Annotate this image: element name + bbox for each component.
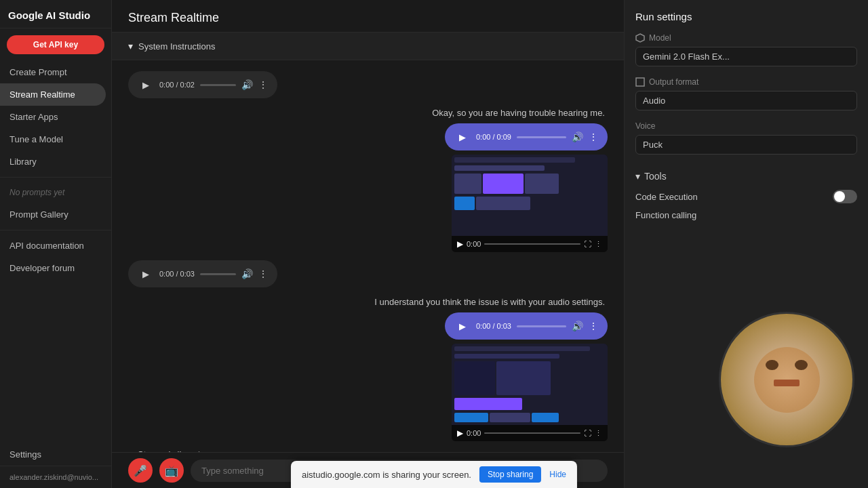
user-email: alexander.ziskind@nuvio... [0,466,111,488]
vid-fullscreen-1[interactable]: ⛶ [584,240,591,248]
svg-rect-1 [636,78,644,86]
output-format-section: Output format Audio [635,77,857,110]
sidebar-item-stream-realtime[interactable]: Stream Realtime [0,83,106,106]
chevron-down-icon: ▾ [128,41,133,52]
mic-icon: 🎤 [134,464,147,477]
vid-fullscreen-2[interactable]: ⛶ [584,429,591,437]
audio-time-1: 0:00 / 0:02 [159,81,195,89]
system-instructions-label: System Instructions [138,41,215,52]
sidebar-item-create-prompt[interactable]: Create Prompt [0,61,106,83]
screen-icon: 📺 [165,464,178,477]
sidebar-nav: Create Prompt Stream Realtime Starter Ap… [0,58,111,443]
svg-marker-0 [636,34,644,42]
face-mockup [721,314,852,445]
audio-more-ai2[interactable]: ⋮ [589,321,598,331]
audio-time-ai1: 0:00 / 0:09 [476,133,511,141]
main-body: ▾ System Instructions ▶ 0:00 / 0:02 🔊 ⋮ [112,33,624,488]
audio-player-ai2[interactable]: ▶ 0:00 / 0:03 🔊 ⋮ [445,312,608,340]
tools-title[interactable]: ▾ Tools [635,171,667,182]
sidebar-divider [0,177,111,178]
audio-volume-2[interactable]: 🔊 [241,268,253,279]
sidebar-divider-2 [0,230,111,230]
audio-bar-ai1 [517,136,566,138]
audio-bar-1 [200,84,236,86]
message-group-ai2: I understand you think the issue is with… [128,296,608,441]
voice-label: Voice [635,121,857,131]
tool-function-calling: Function calling [635,210,857,220]
vid-progress-2 [484,432,580,434]
hide-button[interactable]: Hide [549,470,566,479]
output-format-value[interactable]: Audio [635,91,857,110]
screen-thumb-img-2 [452,344,608,425]
tool-function-calling-label: Function calling [635,210,696,220]
page-title: Stream Realtime [128,11,608,25]
tools-header: ▾ Tools [635,171,857,182]
vid-play-btn-1[interactable]: ▶ [457,239,463,249]
audio-more-2[interactable]: ⋮ [258,268,268,279]
sidebar-item-library[interactable]: Library [0,150,106,173]
message-group-user1: ▶ 0:00 / 0:02 🔊 ⋮ [128,71,608,98]
audio-time-ai2: 0:00 / 0:03 [476,322,511,330]
sidebar-settings[interactable]: Settings [0,443,111,466]
vid-controls-1: ▶ 0:00 ⛶ ⋮ [452,236,608,252]
audio-play-btn-2[interactable]: ▶ [138,266,154,282]
webcam-feed [719,312,854,447]
audio-time-2: 0:00 / 0:03 [159,270,195,278]
sidebar-item-starter-apps[interactable]: Starter Apps [0,106,106,128]
get-api-key-button[interactable]: Get API key [7,35,104,54]
screen-share-thumb-1: ▶ 0:00 ⛶ ⋮ [452,155,608,252]
audio-play-btn-ai1[interactable]: ▶ [454,129,471,145]
sidebar-item-dev-forum[interactable]: Developer forum [0,257,106,279]
ai-text-1: Okay, so you are having trouble hearing … [429,106,608,119]
tools-section: ▾ Tools Code Execution Function calling [635,171,857,227]
tool-code-execution-toggle[interactable] [833,190,857,203]
sidebar-item-no-prompts: No prompts yet [0,182,106,203]
voice-value[interactable]: Puck [635,135,857,155]
audio-volume-ai1[interactable]: 🔊 [572,131,583,142]
right-panel: Run settings Model Gemini 2.0 Flash Ex..… [624,0,868,488]
sidebar-item-prompt-gallery[interactable]: Prompt Gallery [0,203,106,226]
sidebar-item-api-docs[interactable]: API documentation [0,235,106,257]
audio-bar-2 [200,273,236,275]
tool-code-execution: Code Execution [635,190,857,203]
screen-share-button[interactable]: 📺 [159,458,184,483]
screen-share-thumb-2: ▶ 0:00 ⛶ ⋮ [452,344,608,441]
audio-player-user2[interactable]: ▶ 0:00 / 0:03 🔊 ⋮ [128,260,277,287]
mic-button[interactable]: 🎤 [128,458,153,483]
vid-more-1[interactable]: ⋮ [595,240,602,249]
system-instructions-bar[interactable]: ▾ System Instructions [112,33,624,60]
screen-thumb-img-1 [452,155,608,236]
model-label: Model [635,33,857,43]
audio-player-user1[interactable]: ▶ 0:00 / 0:02 🔊 ⋮ [128,71,277,98]
ai-text-2: I understand you think the issue is with… [372,296,608,308]
model-value[interactable]: Gemini 2.0 Flash Ex... [635,47,857,66]
model-icon [635,33,645,43]
stop-sharing-button[interactable]: Stop sharing [479,466,541,483]
audio-play-btn-1[interactable]: ▶ [138,77,154,93]
audio-play-btn-ai2[interactable]: ▶ [454,318,471,334]
main-area: Stream Realtime ▾ System Instructions ▶ … [112,0,624,488]
output-icon [635,77,645,87]
audio-player-ai1[interactable]: ▶ 0:00 / 0:09 🔊 ⋮ [445,123,608,150]
message-group-user2: ▶ 0:00 / 0:03 🔊 ⋮ [128,260,608,287]
output-format-label: Output format [635,77,857,87]
sharing-bar: aistudio.google.com is sharing your scre… [291,461,577,488]
chat-area: ▾ System Instructions ▶ 0:00 / 0:02 🔊 ⋮ [112,33,624,488]
audio-volume-ai2[interactable]: 🔊 [572,321,583,331]
vid-progress-1 [484,243,580,245]
page-header: Stream Realtime [112,0,624,33]
sidebar-item-tune-model[interactable]: Tune a Model [0,128,106,150]
message-group-ai1: Okay, so you are having trouble hearing … [128,106,608,252]
run-settings-title: Run settings [635,11,857,22]
app-logo: Google AI Studio [0,0,111,28]
tool-code-execution-label: Code Execution [635,192,698,202]
vid-play-btn-2[interactable]: ▶ [457,428,463,438]
voice-section: Voice Puck [635,121,857,155]
vid-more-2[interactable]: ⋮ [595,429,602,438]
sharing-message: aistudio.google.com is sharing your scre… [302,470,471,480]
audio-volume-1[interactable]: 🔊 [241,79,253,90]
audio-more-1[interactable]: ⋮ [258,79,268,90]
audio-bar-ai2 [517,325,566,327]
sidebar: Google AI Studio Get API key Create Prom… [0,0,112,488]
audio-more-ai1[interactable]: ⋮ [589,131,598,142]
